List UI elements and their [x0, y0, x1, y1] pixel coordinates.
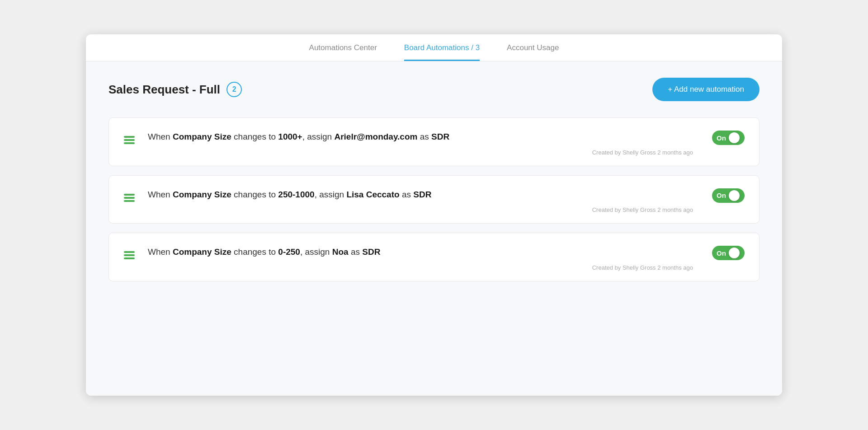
automation-icon-1	[122, 132, 137, 150]
automation-body-3: When Company Size changes to 0-250, assi…	[148, 246, 693, 271]
automation-icon-3	[122, 248, 137, 265]
assignee-label: Arielr@monday.com	[334, 132, 417, 141]
automation-meta-2: Created by Shelly Gross 2 months ago	[148, 206, 693, 213]
svg-rect-1	[124, 139, 135, 141]
automation-card-2: When Company Size changes to 250-1000, a…	[108, 175, 760, 224]
automation-body-2: When Company Size changes to 250-1000, a…	[148, 188, 693, 214]
automation-rule-3: When Company Size changes to 0-250, assi…	[148, 246, 693, 259]
toggle-knob-1	[729, 132, 740, 143]
assignee-label: Noa	[332, 247, 349, 257]
automation-card-1: When Company Size changes to 1000+, assi…	[108, 117, 760, 166]
toggle-1[interactable]: On	[712, 131, 745, 145]
toggle-knob-3	[729, 248, 740, 258]
value-label: 250-1000	[278, 190, 314, 199]
toggle-knob-2	[729, 190, 740, 201]
field-label: Company Size	[173, 190, 231, 199]
board-title-text: Sales Request - Full	[108, 83, 220, 97]
main-window: Automations Center Board Automations / 3…	[86, 34, 782, 396]
toggle-area-3: On	[704, 246, 745, 260]
svg-rect-6	[124, 251, 135, 253]
value-label: 0-250	[278, 247, 300, 257]
role-label: SDR	[362, 247, 380, 257]
tab-bar: Automations Center Board Automations / 3…	[86, 34, 782, 61]
svg-rect-5	[124, 200, 135, 202]
toggle-label-3: On	[717, 249, 726, 257]
toggle-2[interactable]: On	[712, 188, 745, 203]
svg-rect-3	[124, 194, 135, 196]
toggle-area-1: On	[704, 131, 745, 145]
svg-rect-7	[124, 254, 135, 256]
automation-count-badge: 2	[226, 82, 242, 97]
automation-meta-1: Created by Shelly Gross 2 months ago	[148, 149, 693, 156]
tab-automations-center[interactable]: Automations Center	[309, 43, 377, 61]
main-content: Sales Request - Full 2 + Add new automat…	[86, 61, 782, 396]
automation-rule-1: When Company Size changes to 1000+, assi…	[148, 131, 693, 144]
svg-rect-2	[124, 142, 135, 144]
add-automation-button[interactable]: + Add new automation	[652, 78, 760, 101]
svg-rect-4	[124, 197, 135, 199]
field-label: Company Size	[173, 132, 231, 141]
board-title: Sales Request - Full 2	[108, 82, 242, 97]
svg-rect-8	[124, 257, 135, 259]
automation-meta-3: Created by Shelly Gross 2 months ago	[148, 264, 693, 271]
value-label: 1000+	[278, 132, 302, 141]
role-label: SDR	[413, 190, 431, 199]
assignee-label: Lisa Ceccato	[346, 190, 399, 199]
toggle-3[interactable]: On	[712, 246, 745, 260]
role-label: SDR	[431, 132, 449, 141]
automation-rule-2: When Company Size changes to 250-1000, a…	[148, 188, 693, 201]
automation-icon-2	[122, 190, 137, 207]
svg-rect-0	[124, 136, 135, 138]
automations-list: When Company Size changes to 1000+, assi…	[108, 117, 760, 281]
automation-card-3: When Company Size changes to 0-250, assi…	[108, 233, 760, 281]
tab-account-usage[interactable]: Account Usage	[507, 43, 559, 61]
toggle-label-2: On	[717, 192, 726, 199]
tab-board-automations[interactable]: Board Automations / 3	[404, 43, 480, 61]
toggle-area-2: On	[704, 188, 745, 203]
field-label: Company Size	[173, 247, 231, 257]
header-row: Sales Request - Full 2 + Add new automat…	[108, 78, 760, 101]
automation-body-1: When Company Size changes to 1000+, assi…	[148, 131, 693, 156]
toggle-label-1: On	[717, 134, 726, 142]
